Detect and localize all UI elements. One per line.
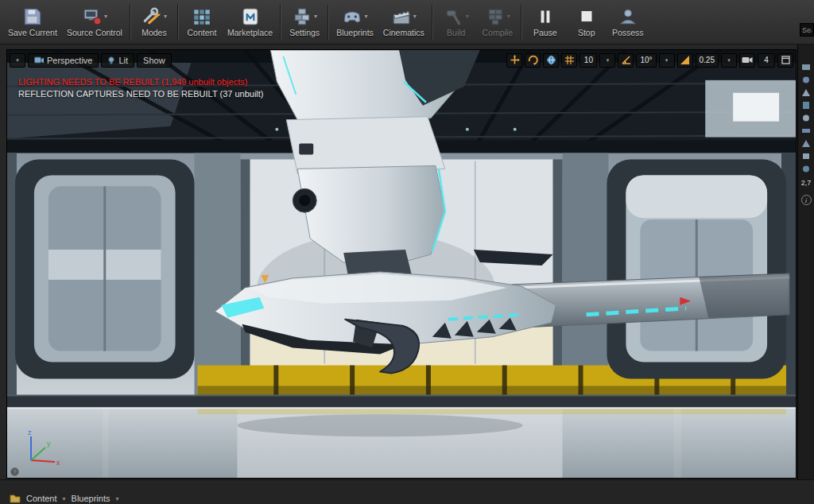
breadcrumb-content[interactable]: Content [26, 494, 57, 503]
settings-label: Settings [289, 28, 320, 37]
panel-icon[interactable] [800, 126, 812, 136]
blueprints-label: Blueprints [336, 28, 374, 37]
lit-icon [107, 56, 115, 64]
compile-button[interactable]: ▾ Compile [477, 2, 518, 43]
rotation-snap-button[interactable] [618, 53, 634, 68]
rotation-snap-dropdown[interactable]: ▾ [659, 53, 675, 68]
camera-icon [742, 56, 753, 64]
viewport-options-button[interactable]: ▾ [10, 53, 25, 68]
compile-icon [485, 7, 506, 26]
save-icon [22, 7, 43, 26]
chevron-down-icon: ▾ [164, 14, 167, 20]
toolbar-separator [130, 5, 131, 40]
right-panel-icons [798, 62, 814, 174]
rotate-tool-icon [528, 55, 538, 65]
cinematics-button[interactable]: ▾ Cinematics [378, 2, 429, 43]
maximize-viewport-button[interactable] [777, 53, 793, 68]
build-label: Build [447, 28, 465, 37]
scale-snap-button[interactable] [677, 53, 693, 68]
blueprints-icon [342, 7, 362, 26]
panel-icon[interactable] [800, 75, 812, 85]
possess-label: Possess [612, 28, 644, 37]
chevron-down-icon: ▾ [314, 14, 317, 20]
chevron-down-icon: ▾ [604, 57, 610, 64]
angle-snap-icon [621, 55, 631, 65]
info-icon[interactable]: i [801, 195, 812, 205]
viewport-scene[interactable] [7, 50, 796, 478]
save-current-label: Save Current [8, 28, 57, 37]
level-viewport[interactable]: ▾ Perspective Lit Show [6, 49, 797, 479]
chevron-down-icon: ▾ [413, 14, 417, 20]
show-button[interactable]: Show [137, 53, 172, 68]
world-space-button[interactable] [543, 53, 559, 68]
move-tool-button[interactable] [506, 53, 522, 68]
toolbar-group-file: Save Current ▾ Source Control [3, 0, 127, 44]
move-tool-icon [510, 55, 520, 65]
toolbar-group-modes: ▾ Modes [134, 0, 175, 44]
stop-label: Stop [578, 28, 595, 37]
toolbar-separator [328, 5, 329, 40]
viewport-warnings: LIGHTING NEEDS TO BE REBUILT (1,949 unbu… [18, 76, 264, 100]
source-control-button[interactable]: ▾ Source Control [62, 2, 127, 43]
chevron-down-icon: ▾ [664, 57, 670, 64]
rotate-tool-button[interactable] [525, 53, 541, 68]
right-panel-edge[interactable]: 2,7 i [797, 45, 814, 479]
lit-button[interactable]: Lit [101, 53, 134, 68]
globe-icon [546, 55, 556, 65]
build-button[interactable]: ▾ Build [436, 2, 477, 43]
toolbar-group-blueprints: ▾ Blueprints ▾ Cinematics [331, 0, 429, 44]
pause-button[interactable]: Pause [525, 2, 566, 43]
modes-button[interactable]: ▾ Modes [134, 2, 175, 43]
grid-snap-button[interactable] [561, 53, 577, 68]
grid-snap-dropdown[interactable]: ▾ [599, 53, 615, 68]
lighting-warning[interactable]: LIGHTING NEEDS TO BE REBUILT (1,949 unbu… [18, 76, 264, 88]
marketplace-button[interactable]: Marketplace [223, 2, 277, 43]
panel-icon[interactable] [800, 138, 812, 149]
settings-button[interactable]: ▾ Settings [284, 2, 325, 43]
camera-speed-button[interactable] [739, 53, 755, 68]
source-control-icon [82, 7, 103, 26]
panel-icon[interactable] [800, 164, 812, 174]
scale-snap-dropdown[interactable]: ▾ [721, 53, 737, 68]
content-button[interactable]: Content [181, 2, 223, 43]
search-input[interactable] [800, 23, 814, 37]
camera-speed-value[interactable]: 4 [758, 53, 775, 68]
axis-x-label: x [56, 459, 60, 467]
viewport-toolbar: ▾ Perspective Lit Show [10, 52, 793, 68]
help-glyph: ? [13, 468, 16, 475]
breadcrumb-blueprints[interactable]: Blueprints [72, 494, 110, 503]
modes-icon [141, 7, 162, 26]
cinematics-label: Cinematics [383, 28, 424, 37]
toolbar-group-build: ▾ Build ▾ Compile [436, 0, 518, 44]
source-control-label: Source Control [67, 28, 122, 37]
rotation-snap-value[interactable]: 10° [636, 53, 656, 68]
show-label: Show [143, 56, 165, 65]
stop-button[interactable]: Stop [566, 2, 607, 43]
content-icon [192, 7, 212, 26]
blueprints-button[interactable]: ▾ Blueprints [331, 2, 378, 43]
reflection-warning[interactable]: REFLECTION CAPTURES NEED TO BE REBUILT (… [18, 88, 264, 100]
panel-icon[interactable] [800, 151, 812, 161]
panel-icon[interactable] [800, 87, 812, 98]
panel-icon[interactable] [800, 100, 812, 110]
chevron-down-icon: ▾ [104, 14, 107, 20]
panel-icon[interactable] [800, 113, 812, 123]
chevron-down-icon: ▾ [466, 14, 469, 20]
grid-snap-value[interactable]: 10 [579, 53, 597, 68]
chevron-down-icon: ▾ [364, 14, 367, 20]
scale-snap-value[interactable]: 0.25 [696, 53, 719, 68]
perspective-button[interactable]: Perspective [28, 53, 99, 68]
perspective-label: Perspective [47, 56, 92, 65]
chevron-down-icon: ▾ [507, 14, 510, 20]
save-current-button[interactable]: Save Current [3, 2, 62, 43]
viewport-help-icon[interactable]: ? [10, 467, 19, 476]
marketplace-label: Marketplace [227, 28, 273, 37]
content-label: Content [188, 28, 217, 37]
settings-icon [292, 7, 312, 26]
chevron-down-icon: ▾ [63, 495, 66, 502]
toolbar-separator [280, 5, 281, 40]
possess-button[interactable]: Possess [607, 2, 649, 43]
toolbar-separator [432, 5, 433, 40]
panel-icon[interactable] [800, 62, 812, 72]
stop-icon [576, 7, 597, 26]
